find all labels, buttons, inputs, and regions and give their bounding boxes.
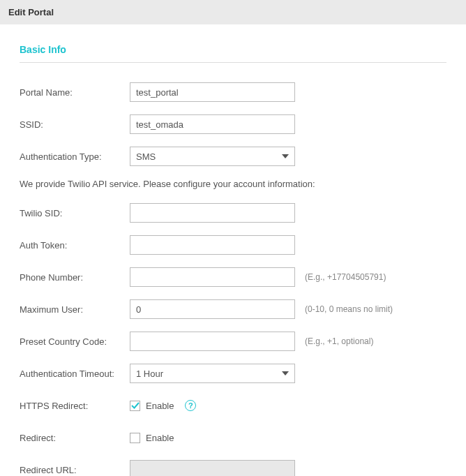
row-ssid: SSID:	[20, 114, 446, 134]
row-twilio-sid: Twilio SID:	[20, 203, 446, 223]
input-portal-name[interactable]	[130, 82, 295, 102]
row-auth-timeout: Authentication Timeout: 1 Hour	[20, 364, 446, 383]
label-https-redirect: HTTPS Redirect:	[20, 401, 130, 411]
label-phone-number: Phone Number:	[20, 272, 130, 283]
row-portal-name: Portal Name:	[20, 82, 446, 102]
label-auth-token: Auth Token:	[20, 240, 130, 251]
twilio-info-text: We provide Twilio API service. Please co…	[20, 179, 446, 189]
label-preset-country: Preset Country Code:	[20, 336, 130, 347]
row-phone-number: Phone Number: (E.g., +17704505791)	[20, 267, 446, 287]
checkbox-redirect[interactable]	[130, 433, 140, 443]
row-auth-type: Authentication Type: SMS	[20, 147, 446, 166]
label-twilio-sid: Twilio SID:	[20, 208, 130, 218]
hint-max-user: (0-10, 0 means no limit)	[305, 304, 393, 314]
label-auth-timeout: Authentication Timeout:	[20, 369, 130, 379]
page-title: Edit Portal	[8, 7, 54, 17]
input-redirect-url	[130, 460, 295, 476]
input-ssid[interactable]	[130, 114, 295, 134]
select-auth-type[interactable]: SMS	[130, 147, 295, 166]
row-max-user: Maximum User: (0-10, 0 means no limit)	[20, 299, 446, 319]
input-max-user[interactable]	[130, 299, 295, 319]
select-auth-timeout[interactable]: 1 Hour	[130, 364, 295, 383]
checkbox-wrap-https-redirect: Enable ?	[130, 400, 196, 411]
label-auth-type: Authentication Type:	[20, 151, 130, 162]
chevron-down-icon	[282, 154, 289, 158]
label-redirect-url: Redirect URL:	[20, 465, 130, 475]
page-header: Edit Portal	[0, 0, 466, 24]
hint-phone-number: (E.g., +17704505791)	[305, 272, 386, 282]
row-https-redirect: HTTPS Redirect: Enable ?	[20, 396, 446, 415]
input-preset-country[interactable]	[130, 332, 295, 351]
select-auth-type-value: SMS	[136, 151, 156, 162]
checkbox-wrap-redirect: Enable	[130, 433, 174, 443]
row-auth-token: Auth Token:	[20, 235, 446, 255]
input-phone-number[interactable]	[130, 267, 295, 287]
label-max-user: Maximum User:	[20, 304, 130, 315]
hint-preset-country: (E.g., +1, optional)	[305, 336, 373, 346]
checkbox-label-redirect: Enable	[146, 433, 174, 443]
input-twilio-sid[interactable]	[130, 203, 295, 223]
label-portal-name: Portal Name:	[20, 87, 130, 98]
row-preset-country: Preset Country Code: (E.g., +1, optional…	[20, 332, 446, 351]
help-icon[interactable]: ?	[185, 400, 196, 411]
label-redirect: Redirect:	[20, 433, 130, 443]
select-auth-timeout-value: 1 Hour	[136, 369, 163, 379]
checkbox-label-https-redirect: Enable	[146, 401, 174, 411]
check-icon	[131, 401, 140, 410]
chevron-down-icon	[282, 371, 289, 375]
label-ssid: SSID:	[20, 119, 130, 130]
section-basic-info: Basic Info	[20, 44, 446, 63]
form-content: Basic Info Portal Name: SSID: Authentica…	[0, 24, 466, 476]
checkbox-https-redirect[interactable]	[130, 401, 140, 411]
input-auth-token[interactable]	[130, 235, 295, 255]
row-redirect: Redirect: Enable	[20, 428, 446, 447]
row-redirect-url: Redirect URL:	[20, 460, 446, 476]
